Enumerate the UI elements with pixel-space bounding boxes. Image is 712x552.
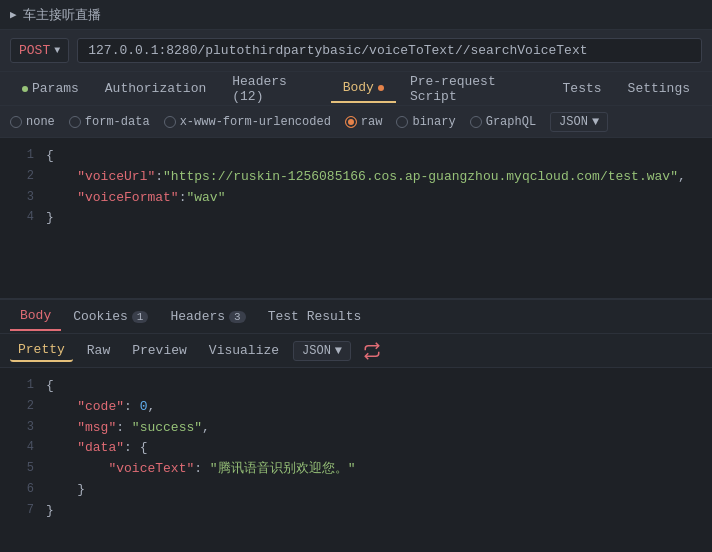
format-raw[interactable]: Raw xyxy=(79,340,118,361)
radio-graphql[interactable]: GraphQL xyxy=(470,115,536,129)
request-bar: POST ▼ xyxy=(0,30,712,72)
cookies-badge: 1 xyxy=(132,311,149,323)
arrow-icon: ▶ xyxy=(10,8,17,21)
url-input[interactable] xyxy=(77,38,702,63)
radio-urlencoded-label: x-www-form-urlencoded xyxy=(180,115,331,129)
resp-line-content-1: { xyxy=(46,376,54,397)
resp-tab-cookies[interactable]: Cookies 1 xyxy=(63,303,158,330)
params-dot xyxy=(22,86,28,92)
resp-line-1: 1 { xyxy=(0,376,712,397)
request-body-editor[interactable]: 1 { 2 "voiceUrl":"https://ruskin-1256085… xyxy=(0,138,712,298)
resp-tab-body[interactable]: Body xyxy=(10,302,61,331)
code-line-1: 1 { xyxy=(0,146,712,167)
resp-line-content-6: } xyxy=(46,480,85,501)
line-num-1: 1 xyxy=(10,146,34,165)
resp-tab-body-label: Body xyxy=(20,308,51,323)
radio-raw-circle xyxy=(345,116,357,128)
radio-urlencoded-circle xyxy=(164,116,176,128)
resp-line-content-7: } xyxy=(46,501,54,522)
resp-line-num-7: 7 xyxy=(10,501,34,520)
resp-line-num-5: 5 xyxy=(10,459,34,478)
resp-line-num-3: 3 xyxy=(10,418,34,437)
tab-params[interactable]: Params xyxy=(10,75,91,102)
tab-settings[interactable]: Settings xyxy=(616,75,702,102)
format-visualize-label: Visualize xyxy=(209,343,279,358)
request-tabs: Params Authorization Headers (12) Body P… xyxy=(0,72,712,106)
line-num-2: 2 xyxy=(10,167,34,186)
radio-graphql-label: GraphQL xyxy=(486,115,536,129)
radio-binary-label: binary xyxy=(412,115,455,129)
format-pretty[interactable]: Pretty xyxy=(10,339,73,362)
format-pretty-label: Pretty xyxy=(18,342,65,357)
tab-prerequest[interactable]: Pre-request Script xyxy=(398,68,549,110)
format-preview-label: Preview xyxy=(132,343,187,358)
line-num-3: 3 xyxy=(10,188,34,207)
resp-line-num-1: 1 xyxy=(10,376,34,395)
radio-none[interactable]: none xyxy=(10,115,55,129)
resp-line-num-4: 4 xyxy=(10,438,34,457)
resp-line-num-6: 6 xyxy=(10,480,34,499)
resp-tab-headers[interactable]: Headers 3 xyxy=(160,303,255,330)
method-label: POST xyxy=(19,43,50,58)
response-format-bar: Pretty Raw Preview Visualize JSON ▼ xyxy=(0,334,712,368)
radio-form-data-circle xyxy=(69,116,81,128)
raw-format-label: JSON xyxy=(559,115,588,129)
line-num-4: 4 xyxy=(10,208,34,227)
code-line-2: 2 "voiceUrl":"https://ruskin-1256085166.… xyxy=(0,167,712,188)
radio-binary[interactable]: binary xyxy=(396,115,455,129)
resp-line-content-3: "msg": "success", xyxy=(46,418,210,439)
resp-tab-test-results-label: Test Results xyxy=(268,309,362,324)
line-content-3: "voiceFormat":"wav" xyxy=(46,188,225,209)
collection-title: 车主接听直播 xyxy=(23,6,101,24)
tab-tests[interactable]: Tests xyxy=(551,75,614,102)
resp-line-2: 2 "code": 0, xyxy=(0,397,712,418)
response-format-label: JSON xyxy=(302,344,331,358)
response-format-select[interactable]: JSON ▼ xyxy=(293,341,351,361)
resp-line-6: 6 } xyxy=(0,480,712,501)
resp-line-num-2: 2 xyxy=(10,397,34,416)
resp-line-4: 4 "data": { xyxy=(0,438,712,459)
tab-prerequest-label: Pre-request Script xyxy=(410,74,537,104)
radio-raw-label: raw xyxy=(361,115,383,129)
resp-line-3: 3 "msg": "success", xyxy=(0,418,712,439)
radio-none-circle xyxy=(10,116,22,128)
tab-headers-label: Headers (12) xyxy=(232,74,316,104)
tab-settings-label: Settings xyxy=(628,81,690,96)
breadcrumb: ▶ 车主接听直播 xyxy=(0,0,712,30)
resp-tab-headers-label: Headers xyxy=(170,309,225,324)
body-type-bar: none form-data x-www-form-urlencoded raw… xyxy=(0,106,712,138)
tab-tests-label: Tests xyxy=(563,81,602,96)
radio-urlencoded[interactable]: x-www-form-urlencoded xyxy=(164,115,331,129)
resp-tab-test-results[interactable]: Test Results xyxy=(258,303,372,330)
line-content-1: { xyxy=(46,146,54,167)
radio-binary-circle xyxy=(396,116,408,128)
resp-line-content-2: "code": 0, xyxy=(46,397,155,418)
radio-none-label: none xyxy=(26,115,55,129)
tab-body[interactable]: Body xyxy=(331,74,396,103)
resp-headers-badge: 3 xyxy=(229,311,246,323)
chevron-down-icon: ▼ xyxy=(54,45,60,56)
raw-format-chevron: ▼ xyxy=(592,115,599,129)
tab-body-label: Body xyxy=(343,80,374,95)
response-body-editor: 1 { 2 "code": 0, 3 "msg": "success", 4 "… xyxy=(0,368,712,526)
response-tabs: Body Cookies 1 Headers 3 Test Results xyxy=(0,300,712,334)
tab-headers[interactable]: Headers (12) xyxy=(220,68,328,110)
wrap-icon[interactable] xyxy=(363,342,381,360)
method-select[interactable]: POST ▼ xyxy=(10,38,69,63)
radio-raw[interactable]: raw xyxy=(345,115,383,129)
tab-params-label: Params xyxy=(32,81,79,96)
tab-authorization[interactable]: Authorization xyxy=(93,75,218,102)
code-line-4: 4 } xyxy=(0,208,712,229)
format-preview[interactable]: Preview xyxy=(124,340,195,361)
tab-authorization-label: Authorization xyxy=(105,81,206,96)
raw-format-select[interactable]: JSON ▼ xyxy=(550,112,608,132)
format-raw-label: Raw xyxy=(87,343,110,358)
radio-form-data-label: form-data xyxy=(85,115,150,129)
format-visualize[interactable]: Visualize xyxy=(201,340,287,361)
radio-form-data[interactable]: form-data xyxy=(69,115,150,129)
response-section: Body Cookies 1 Headers 3 Test Results Pr… xyxy=(0,298,712,526)
resp-tab-cookies-label: Cookies xyxy=(73,309,128,324)
resp-line-content-4: "data": { xyxy=(46,438,147,459)
line-content-2: "voiceUrl":"https://ruskin-1256085166.co… xyxy=(46,167,686,188)
response-format-chevron: ▼ xyxy=(335,344,342,358)
